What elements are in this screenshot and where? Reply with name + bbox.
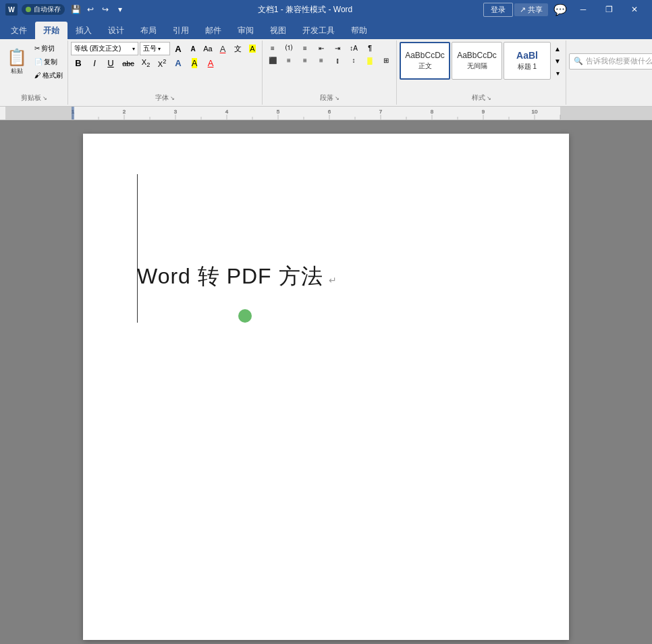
ruler: 1 2 3 4 5 6 7 8 9 10 <box>0 107 652 120</box>
columns-button[interactable]: ⫿ <box>330 55 345 65</box>
tab-layout[interactable]: 布局 <box>132 22 165 39</box>
change-case-button[interactable]: Aa <box>201 44 215 53</box>
clipboard-expand-icon[interactable]: ↘ <box>43 95 47 101</box>
paragraph-label: 段落 ↘ <box>265 92 393 103</box>
title-bar-right: 登录 ↗ 共享 💬 ─ ❐ ✕ <box>483 0 647 19</box>
restore-button[interactable]: ❐ <box>597 0 621 19</box>
highlight-a-icon: A <box>249 45 255 53</box>
show-marks-button[interactable]: ¶ <box>362 43 377 53</box>
superscript-icon: X2 <box>158 58 166 68</box>
redo-button[interactable]: ↪ <box>99 3 112 16</box>
autosave-badge[interactable]: 自动保存 <box>22 4 65 15</box>
align-right-button[interactable]: ≡ <box>298 55 313 65</box>
strikethrough-button[interactable]: abc <box>119 58 137 69</box>
styles-expand-icon[interactable]: ↘ <box>487 95 491 101</box>
numbering-button[interactable]: ⑴ <box>281 42 296 54</box>
top-right-actions: ↗ 共享 💬 <box>514 2 570 18</box>
svg-text:2: 2 <box>123 109 126 115</box>
text-highlight-color-button[interactable]: A <box>187 57 202 70</box>
svg-rect-2 <box>560 107 652 120</box>
superscript-button[interactable]: X2 <box>155 57 169 70</box>
font-name-selector[interactable]: 等线 (西文正文) ▾ <box>71 42 138 55</box>
phonetic-icon: 文 <box>234 44 242 54</box>
copy-button[interactable]: 📄 复制 <box>32 55 65 68</box>
font-color-button[interactable]: A <box>203 57 218 70</box>
font-grow-button[interactable]: A <box>171 43 185 55</box>
bullets-button[interactable]: ≡ <box>265 43 280 53</box>
style-no-spacing[interactable]: AaBbCcDc 无间隔 <box>452 42 502 80</box>
grow-icon: A <box>175 44 181 54</box>
tab-home[interactable]: 开始 <box>35 22 67 39</box>
style-heading1-preview: AaBl <box>516 50 538 61</box>
font-label: 字体 ↘ <box>71 92 259 103</box>
decrease-indent-button[interactable]: ⇤ <box>314 43 329 53</box>
svg-text:5: 5 <box>277 109 280 115</box>
tell-me-search[interactable]: 🔍 告诉我你想要做什么 <box>569 53 652 70</box>
tab-file[interactable]: 文件 <box>3 22 35 39</box>
styles-expand[interactable]: ▾ <box>552 68 563 78</box>
font-expand-icon[interactable]: ↘ <box>170 95 175 101</box>
align-left-button[interactable]: ⬛ <box>265 55 280 65</box>
sort-button[interactable]: ↕A <box>346 43 361 53</box>
svg-text:6: 6 <box>328 109 331 115</box>
ribbon-tabs: 文件 开始 插入 设计 布局 引用 邮件 审阅 视图 开发工具 帮助 <box>0 19 652 39</box>
style-normal[interactable]: AaBbCcDc 正文 <box>400 42 450 80</box>
borders-icon: ⊞ <box>383 57 389 64</box>
paste-button[interactable]: 📋 粘贴 <box>3 42 31 82</box>
styles-scroll-up[interactable]: ▲ <box>552 43 563 54</box>
line-spacing-button[interactable]: ↕ <box>346 55 361 65</box>
minimize-button[interactable]: ─ <box>571 0 595 19</box>
justify-button[interactable]: ≡ <box>314 55 329 65</box>
text-highlight-button[interactable]: A <box>246 44 259 53</box>
tab-help[interactable]: 帮助 <box>343 22 375 39</box>
borders-button[interactable]: ⊞ <box>379 55 393 65</box>
comment-button[interactable]: 💬 <box>551 2 570 18</box>
document-title-text: Word 转 PDF 方法 <box>137 264 323 288</box>
bullets-icon: ≡ <box>271 45 275 52</box>
clear-formatting-button[interactable]: A <box>216 43 229 55</box>
phonetic-button[interactable]: 文 <box>231 43 244 55</box>
save-button[interactable]: 💾 <box>69 3 82 16</box>
format-painter-icon: 🖌 <box>34 72 41 79</box>
styles-content: AaBbCcDc 正文 AaBbCcDc 无间隔 AaBl 标题 1 ▲ ▼ ▾ <box>400 42 563 92</box>
tab-view[interactable]: 视图 <box>262 22 294 39</box>
tab-design[interactable]: 设计 <box>100 22 132 39</box>
tab-devtools[interactable]: 开发工具 <box>294 22 343 39</box>
font-shrink-button[interactable]: A <box>186 45 200 53</box>
tab-insert[interactable]: 插入 <box>67 22 100 39</box>
shading-button[interactable]: ▓ <box>362 55 377 65</box>
cut-button[interactable]: ✂ 剪切 <box>32 42 65 55</box>
svg-text:3: 3 <box>174 109 178 115</box>
share-button[interactable]: ↗ 共享 <box>514 3 548 16</box>
paste-icon: 📋 <box>7 49 27 65</box>
close-button[interactable]: ✕ <box>622 0 647 19</box>
text-effects-button[interactable]: A <box>171 57 186 70</box>
tab-references[interactable]: 引用 <box>165 22 197 39</box>
font-color-icon: A <box>208 58 214 68</box>
clipboard-label: 剪贴板 ↘ <box>3 92 65 103</box>
font-size-selector[interactable]: 五号 ▾ <box>140 42 170 55</box>
style-heading1[interactable]: AaBl 标题 1 <box>504 42 551 80</box>
format-painter-button[interactable]: 🖌 格式刷 <box>32 69 65 82</box>
login-button[interactable]: 登录 <box>483 3 513 17</box>
bold-button[interactable]: B <box>71 57 86 70</box>
font-size-dropdown-icon: ▾ <box>158 46 161 52</box>
tab-mail[interactable]: 邮件 <box>197 22 229 39</box>
multilevel-button[interactable]: ≡ <box>298 43 313 53</box>
document-area[interactable]: Word 转 PDF 方法 ↵ <box>0 120 652 644</box>
document-page[interactable]: Word 转 PDF 方法 ↵ <box>83 134 569 640</box>
increase-indent-button[interactable]: ⇥ <box>330 43 345 53</box>
styles-scroll-down[interactable]: ▼ <box>552 55 563 66</box>
underline-button[interactable]: U <box>103 57 118 70</box>
svg-text:7: 7 <box>379 109 383 115</box>
subscript-button[interactable]: X2 <box>138 57 153 70</box>
tab-review[interactable]: 审阅 <box>229 22 262 39</box>
italic-button[interactable]: I <box>87 57 102 70</box>
customize-quick-access-button[interactable]: ▾ <box>113 3 127 16</box>
align-center-button[interactable]: ≡ <box>281 55 296 65</box>
svg-text:9: 9 <box>482 109 485 115</box>
document-title[interactable]: Word 转 PDF 方法 ↵ <box>137 262 515 292</box>
paragraph-expand-icon[interactable]: ↘ <box>335 95 339 101</box>
undo-button[interactable]: ↩ <box>84 3 97 16</box>
svg-rect-33 <box>72 107 74 120</box>
